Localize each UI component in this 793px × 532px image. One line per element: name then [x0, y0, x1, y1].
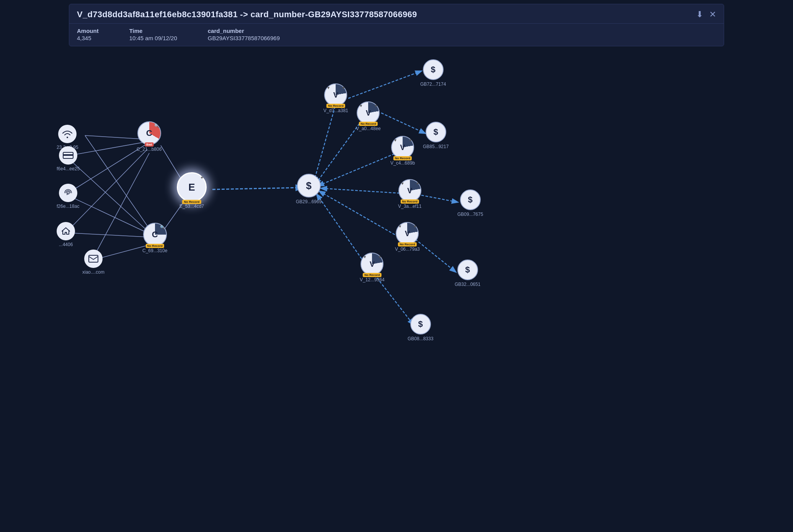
svg-line-12 [212, 188, 302, 189]
va0-node[interactable]: V ▼ ✦ No Record V_a0...48ee [356, 101, 381, 131]
c69-label: C_69...310e [142, 248, 167, 253]
gb29-node[interactable]: $ GB29...6969 [296, 174, 321, 204]
panel-meta: Amount 4,345 Time 10:45 am 09/12/20 card… [69, 24, 724, 46]
c21-circle: C 🔍 Bad [137, 121, 161, 145]
time-value: 10:45 am 09/12/20 [129, 35, 177, 41]
card-icon-node[interactable]: f6e4...ee25 [57, 146, 80, 171]
c21-badge: Bad [145, 142, 153, 147]
time-label: Time [129, 28, 177, 34]
v06-circle: V ▼ ✦ No Record [396, 222, 419, 245]
svg-line-15 [318, 152, 398, 186]
v06-label: V_06...79a3 [395, 246, 420, 252]
v12-label: V_12...9364 [360, 277, 385, 282]
email-node-label: xiao....com [82, 269, 104, 275]
entity-e-circle: E ✦ No Record [177, 172, 207, 202]
c21-label: C_21...b806 [137, 147, 162, 152]
vd7-node[interactable]: V ▼ ✦ No Record V_d7...a381 [323, 83, 348, 113]
home-node-label: ...4406 [59, 242, 73, 247]
email-node[interactable]: xiao....com [82, 250, 104, 275]
c69-node[interactable]: C 🔍 No Record C_69...310e [142, 223, 167, 253]
svg-line-20 [381, 113, 425, 133]
amount-group: Amount 4,345 [77, 28, 99, 41]
svg-rect-27 [89, 255, 98, 262]
home-node[interactable]: ...4406 [57, 222, 75, 247]
va0-badge: No Record [359, 122, 377, 126]
c69-circle: C 🔍 No Record [143, 223, 167, 246]
v3a-circle: V ▼ ✦ No Record [398, 179, 421, 202]
card-icon-node-label: f6e4...ee25 [57, 166, 80, 171]
svg-rect-25 [63, 154, 73, 156]
email-icon [84, 250, 103, 268]
vd7-circle: V ▼ ✦ No Record [324, 83, 347, 106]
gb32-node[interactable]: $ GB32...0651 [455, 259, 480, 287]
svg-line-17 [320, 191, 398, 237]
vd7-badge: No Record [326, 104, 345, 108]
entity-e-node[interactable]: E ✦ No Record E_53...4cd7 [177, 172, 207, 209]
gb85-label: GB85...9217 [423, 144, 449, 149]
entity-e-label: E_53...4cd7 [179, 204, 204, 209]
panel-header: V_d73d8dd3af8a11ef16eb8c13901fa381 -> ca… [69, 4, 724, 24]
v3a-node[interactable]: V ▼ ✦ No Record V_3a...ef11 [398, 179, 421, 209]
v12-node[interactable]: V ▼ ✦ No Record V_12...9364 [360, 253, 385, 282]
c21-node[interactable]: C 🔍 Bad C_21...b806 [137, 121, 162, 152]
va0-label: V_a0...48ee [356, 126, 381, 131]
download-button[interactable]: ⬇ [696, 10, 703, 19]
wifi-icon [58, 125, 77, 143]
vc4-badge: No Record [393, 156, 412, 160]
panel-title: V_d73d8dd3af8a11ef16eb8c13901fa381 -> ca… [77, 10, 417, 20]
va0-circle: V ▼ ✦ No Record [357, 101, 380, 124]
gb29-circle: $ [297, 174, 321, 197]
vd7-label: V_d7...a381 [323, 108, 348, 113]
v3a-label: V_3a...ef11 [398, 204, 421, 209]
svg-line-16 [321, 188, 401, 193]
fingerprint-node[interactable]: f26e...18ac [57, 184, 79, 209]
gb09-node[interactable]: $ GB09...7675 [457, 189, 483, 217]
card-icon [59, 146, 77, 165]
gb85-circle: $ [426, 122, 446, 142]
svg-line-8 [66, 233, 153, 237]
gb72-label: GB72...7174 [420, 82, 446, 87]
fingerprint-node-label: f26e...18ac [57, 204, 79, 209]
home-icon [57, 222, 75, 240]
vc4-label: V_c4...689b [390, 160, 415, 166]
card-label: card_number [208, 28, 280, 34]
amount-value: 4,345 [77, 35, 99, 41]
card-group: card_number GB29AYSI33778587066969 [208, 28, 280, 41]
info-panel: V_d73d8dd3af8a11ef16eb8c13901fa381 -> ca… [69, 4, 724, 46]
v3a-badge: No Record [400, 199, 419, 204]
vc4-node[interactable]: V ▼ ✦ No Record V_c4...689b [390, 136, 415, 166]
gb32-label: GB32...0651 [455, 282, 480, 287]
v12-badge: No Record [363, 273, 381, 277]
v06-node[interactable]: V ▼ ✦ No Record V_06...79a3 [395, 222, 420, 252]
gb08-label: GB08...8333 [408, 336, 433, 341]
close-button[interactable]: ✕ [709, 10, 716, 19]
amount-label: Amount [77, 28, 99, 34]
card-value: GB29AYSI33778587066969 [208, 35, 280, 41]
svg-line-13 [314, 107, 335, 182]
entity-e-badge: No Record [182, 200, 201, 204]
svg-line-21 [417, 194, 457, 202]
v12-circle: V ▼ ✦ No Record [361, 253, 383, 276]
gb08-node[interactable]: $ GB08...8333 [408, 314, 433, 341]
gb72-circle: $ [423, 59, 444, 80]
panel-actions: ⬇ ✕ [696, 10, 716, 19]
svg-line-4 [92, 153, 149, 260]
gb32-circle: $ [457, 259, 478, 280]
time-group: Time 10:45 am 09/12/20 [129, 28, 177, 41]
svg-line-19 [348, 71, 421, 98]
v06-badge: No Record [398, 242, 416, 246]
svg-line-22 [415, 239, 455, 272]
gb09-circle: $ [460, 189, 481, 210]
gb29-label: GB29...6969 [296, 199, 321, 204]
gb85-node[interactable]: $ GB85...9217 [423, 122, 449, 149]
c69-badge: No Record [145, 244, 164, 248]
vc4-circle: V ▼ ✦ No Record [391, 136, 414, 159]
gb09-label: GB09...7675 [457, 212, 483, 217]
gb08-circle: $ [410, 314, 431, 335]
graph-svg [0, 0, 793, 532]
gb72-node[interactable]: $ GB72...7174 [420, 59, 446, 87]
fingerprint-icon [59, 184, 77, 202]
